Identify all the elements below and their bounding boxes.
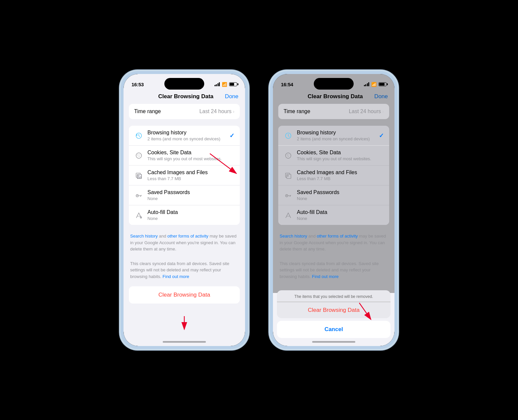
nav-header-1: Clear Browsing Data Done — [124, 91, 245, 104]
status-icons-2: 📶 — [364, 82, 387, 87]
action-sheet-hint-2: The items that you selected will be remo… — [277, 290, 390, 302]
autofill-subtitle-2: None — [297, 216, 384, 221]
done-button-2[interactable]: Done — [374, 93, 388, 100]
browsing-history-item-2[interactable]: Browsing history 2 items (and more on sy… — [278, 126, 389, 146]
passwords-icon-2 — [284, 191, 293, 200]
status-time-2: 16:54 — [281, 82, 293, 87]
time-range-value-2: Last 24 hours › — [349, 108, 384, 114]
autofill-item-2[interactable]: Auto-fill Data None — [278, 205, 389, 225]
action-sheet-2: The items that you selected will be remo… — [273, 290, 394, 346]
search-history-link-1[interactable]: Search history — [130, 234, 158, 239]
info-text-1a: Search history and other forms of activi… — [129, 232, 240, 254]
cookies-icon-2 — [284, 151, 293, 160]
passwords-title-2: Saved Passwords — [297, 189, 384, 195]
svg-point-28 — [287, 156, 288, 156]
other-forms-link-1[interactable]: other forms of activity — [167, 234, 209, 239]
content-area-1: Time range Last 24 hours › — [124, 104, 245, 346]
cached-text-2: Cached Images and Files Less than 7.7 MB — [297, 170, 384, 181]
svg-point-12 — [137, 195, 138, 196]
svg-point-3 — [139, 154, 139, 155]
browsing-history-title-2: Browsing history — [297, 130, 379, 136]
passwords-text-1: Saved Passwords None — [147, 189, 234, 201]
cached-subtitle-1: Less than 7.7 MB — [147, 176, 234, 181]
phone-wrapper: 16:53 📶 — [120, 70, 398, 350]
autofill-icon-1 — [134, 211, 143, 220]
nav-title-1: Clear Browsing Data — [147, 93, 225, 100]
cached-item-2[interactable]: Cached Images and Files Less than 7.7 MB — [278, 166, 389, 185]
svg-point-6 — [140, 156, 140, 156]
autofill-title-1: Auto-fill Data — [147, 209, 234, 215]
time-range-label-1: Time range — [134, 108, 161, 114]
history-icon-2 — [284, 131, 293, 140]
cookies-subtitle-2: This will sign you out of most websites. — [297, 156, 384, 161]
autofill-icon-2 — [284, 211, 293, 220]
dynamic-island — [164, 78, 204, 90]
svg-rect-30 — [287, 174, 291, 178]
wifi-icon-1: 📶 — [222, 82, 227, 87]
svg-point-25 — [287, 155, 288, 155]
cookies-item-1[interactable]: Cookies, Site Data This will sign you ou… — [129, 146, 240, 166]
phone-1: 16:53 📶 — [120, 70, 249, 350]
autofill-text-2: Auto-fill Data None — [297, 209, 384, 221]
time-range-row-1[interactable]: Time range Last 24 hours › — [129, 104, 240, 119]
info-text-2a: Search history and other forms of activi… — [278, 232, 389, 254]
cookies-icon-1 — [134, 151, 143, 160]
browsing-history-subtitle-1: 2 items (and more on synced devices) — [147, 136, 229, 141]
wifi-icon-2: 📶 — [371, 82, 377, 87]
status-icons-1: 📶 — [215, 82, 237, 87]
status-time-1: 16:53 — [131, 82, 144, 87]
search-history-link-2[interactable]: Search history — [280, 234, 307, 239]
nav-header-2: Clear Browsing Data Done — [273, 91, 394, 104]
passwords-item-2[interactable]: Saved Passwords None — [278, 185, 389, 205]
cancel-button-2[interactable]: Cancel — [277, 321, 390, 338]
find-out-more-link-1[interactable]: Find out more — [163, 274, 189, 279]
cached-icon-1 — [134, 171, 143, 180]
find-out-more-link-2[interactable]: Find out more — [312, 274, 339, 279]
svg-point-2 — [137, 155, 138, 155]
time-range-value-1: Last 24 hours › — [199, 108, 234, 114]
battery-icon-2 — [379, 82, 387, 86]
clear-browsing-data-btn-2[interactable]: Clear Browsing Data — [277, 302, 390, 318]
svg-point-1 — [136, 153, 142, 158]
dynamic-island-2 — [314, 78, 354, 90]
cached-subtitle-2: Less than 7.7 MB — [297, 176, 384, 181]
passwords-item-1[interactable]: Saved Passwords None — [129, 185, 240, 205]
browsing-history-text-1: Browsing history 2 items (and more on sy… — [147, 130, 229, 141]
autofill-item-1[interactable]: Auto-fill Data None — [129, 205, 240, 225]
cookies-text-2: Cookies, Site Data This will sign you ou… — [297, 150, 384, 161]
check-icon-2: ✓ — [379, 132, 384, 139]
cached-item-1[interactable]: Cached Images and Files Less than 7.7 MB — [129, 166, 240, 185]
other-forms-link-2[interactable]: other forms of activity — [317, 234, 358, 239]
battery-icon-1 — [229, 82, 237, 86]
passwords-subtitle-1: None — [147, 196, 234, 201]
info-text-1b: This clears synced data from all devices… — [129, 259, 240, 281]
clear-button-1[interactable]: Clear Browsing Data — [129, 286, 240, 304]
time-range-label-2: Time range — [284, 108, 310, 114]
home-indicator-1 — [163, 341, 206, 343]
passwords-icon-1 — [134, 191, 143, 200]
info-text-2b: This clears synced data from all devices… — [278, 259, 389, 281]
history-icon-1 — [134, 131, 143, 140]
time-range-row-2[interactable]: Time range Last 24 hours › — [278, 104, 389, 119]
cookies-title-1: Cookies, Site Data — [147, 150, 234, 156]
svg-point-5 — [138, 156, 138, 156]
browsing-history-item-1[interactable]: Browsing history 2 items (and more on sy… — [129, 126, 240, 146]
items-list-1: Browsing history 2 items (and more on sy… — [129, 126, 240, 225]
action-sheet-card-2: The items that you selected will be remo… — [277, 290, 390, 318]
cookies-item-2[interactable]: Cookies, Site Data This will sign you ou… — [278, 146, 389, 166]
nav-title-2: Clear Browsing Data — [296, 93, 374, 100]
svg-point-24 — [286, 153, 291, 158]
browsing-history-title-1: Browsing history — [147, 130, 229, 136]
svg-point-4 — [139, 156, 139, 156]
cookies-title-2: Cookies, Site Data — [297, 150, 384, 156]
autofill-subtitle-1: None — [147, 216, 234, 221]
cookies-text-1: Cookies, Site Data This will sign you ou… — [147, 150, 234, 161]
browsing-history-text-2: Browsing history 2 items (and more on sy… — [297, 130, 379, 141]
done-button-1[interactable]: Done — [225, 93, 238, 100]
svg-point-27 — [288, 156, 289, 156]
home-indicator-2 — [312, 341, 355, 343]
items-list-2: Browsing history 2 items (and more on sy… — [278, 126, 389, 225]
cookies-subtitle-1: This will sign you out of most websites. — [147, 156, 234, 161]
chevron-icon-1: › — [233, 109, 234, 114]
autofill-text-1: Auto-fill Data None — [147, 209, 234, 221]
